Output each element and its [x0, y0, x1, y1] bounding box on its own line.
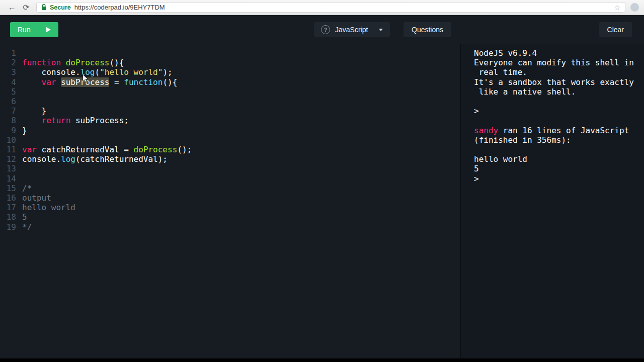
code-text: var subProcess = function(){ — [16, 77, 177, 87]
main-area: 12function doProcess(){3 console.log("he… — [0, 44, 644, 358]
language-dropdown[interactable]: ? JavaScript — [314, 22, 390, 37]
code-text: console.log(catchReturnedVal); — [16, 154, 168, 164]
console-line: sandy ran 16 lines of JavaScript — [474, 126, 639, 135]
code-text — [16, 87, 22, 97]
console-line: like a native shell. — [474, 87, 639, 97]
code-text: function doProcess(){ — [16, 58, 124, 67]
code-line[interactable]: 6 — [0, 97, 460, 106]
chevron-down-icon — [379, 29, 383, 31]
help-icon[interactable]: ? — [321, 25, 330, 34]
console-line — [474, 145, 639, 154]
code-text: } — [16, 126, 27, 135]
code-text — [16, 135, 22, 145]
line-number: 14 — [0, 174, 16, 184]
app-toolbar: Run ? JavaScript Questions Clear — [0, 15, 644, 44]
url-bar[interactable]: Secure https://coderpad.io/9EHY7TDM ☆ — [36, 2, 625, 13]
lock-icon — [41, 4, 46, 11]
code-text: return subProcess; — [16, 116, 129, 125]
line-number: 9 — [0, 126, 16, 135]
console-line: real time. — [474, 67, 639, 77]
code-editor[interactable]: 12function doProcess(){3 console.log("he… — [0, 44, 460, 358]
line-number: 12 — [0, 154, 16, 164]
console-line: > — [474, 174, 639, 184]
browser-chrome: ← ⟳ Secure https://coderpad.io/9EHY7TDM … — [0, 0, 644, 15]
code-text — [16, 97, 22, 106]
console-line — [474, 116, 639, 125]
code-line[interactable]: 5 — [0, 87, 460, 97]
code-line[interactable]: 7 } — [0, 106, 460, 116]
bottom-bar — [0, 358, 644, 362]
code-line[interactable]: 3 console.log("hello world"); — [0, 67, 460, 77]
line-number: 2 — [0, 58, 16, 67]
code-text: output — [16, 193, 51, 203]
extension-icon[interactable] — [630, 3, 639, 12]
code-line[interactable]: 185 — [0, 212, 460, 222]
code-line[interactable]: 1 — [0, 48, 460, 58]
line-number: 5 — [0, 87, 16, 97]
line-number: 8 — [0, 116, 16, 125]
console-line: It's a sandbox that works exactly — [474, 77, 639, 87]
secure-label: Secure — [50, 4, 71, 11]
line-number: 13 — [0, 164, 16, 173]
play-icon — [46, 27, 51, 32]
clear-button[interactable]: Clear — [599, 22, 632, 37]
code-text: hello world — [16, 203, 75, 212]
line-number: 3 — [0, 67, 16, 77]
code-text: } — [16, 106, 46, 116]
console-line: 5 — [474, 164, 639, 173]
code-text: /* — [16, 184, 32, 193]
line-number: 17 — [0, 203, 16, 212]
line-number: 7 — [0, 106, 16, 116]
bookmark-star-icon[interactable]: ☆ — [614, 4, 620, 12]
console-line: NodeJS v6.9.4 — [474, 48, 639, 58]
code-text: console.log("hello world"); — [16, 67, 173, 77]
questions-button[interactable]: Questions — [404, 22, 451, 37]
code-line[interactable]: 2function doProcess(){ — [0, 58, 460, 67]
reload-icon[interactable]: ⟳ — [19, 3, 33, 12]
console-line: Everyone can modify this shell in — [474, 58, 639, 67]
line-number: 6 — [0, 97, 16, 106]
code-text: */ — [16, 222, 32, 232]
line-number: 4 — [0, 77, 16, 87]
coderpad-app: Run ? JavaScript Questions Clear 12funct… — [0, 15, 644, 358]
code-line[interactable]: 4 var subProcess = function(){ — [0, 77, 460, 87]
line-number: 1 — [0, 48, 16, 58]
console-line: (finished in 356ms): — [474, 135, 639, 145]
code-line[interactable]: 14 — [0, 174, 460, 184]
console-line: > — [474, 106, 639, 116]
code-text — [16, 164, 22, 173]
line-number: 10 — [0, 135, 16, 145]
code-text — [16, 48, 22, 58]
line-number: 11 — [0, 145, 16, 154]
url-text: https://coderpad.io/9EHY7TDM — [74, 4, 611, 11]
code-line[interactable]: 16output — [0, 193, 460, 203]
code-text: var catchReturnedVal = doProcess(); — [16, 145, 192, 154]
code-line[interactable]: 8 return subProcess; — [0, 116, 460, 125]
code-line[interactable]: 12console.log(catchReturnedVal); — [0, 154, 460, 164]
console-panel[interactable]: NodeJS v6.9.4Everyone can modify this sh… — [460, 44, 644, 358]
language-dropdown-label: JavaScript — [335, 26, 368, 34]
code-text: 5 — [16, 212, 27, 222]
code-line[interactable]: 13 — [0, 164, 460, 173]
run-button-label: Run — [18, 26, 31, 34]
code-line[interactable]: 9} — [0, 126, 460, 135]
code-line[interactable]: 19*/ — [0, 222, 460, 232]
code-line[interactable]: 17hello world — [0, 203, 460, 212]
console-line: hello world — [474, 154, 639, 164]
back-icon[interactable]: ← — [5, 3, 19, 12]
line-number: 15 — [0, 184, 16, 193]
line-number: 18 — [0, 212, 16, 222]
code-line[interactable]: 11var catchReturnedVal = doProcess(); — [0, 145, 460, 154]
run-button[interactable]: Run — [10, 22, 58, 37]
line-number: 16 — [0, 193, 16, 203]
code-text — [16, 174, 22, 184]
line-number: 19 — [0, 222, 16, 232]
code-line[interactable]: 15/* — [0, 184, 460, 193]
console-line — [474, 97, 639, 106]
code-line[interactable]: 10 — [0, 135, 460, 145]
